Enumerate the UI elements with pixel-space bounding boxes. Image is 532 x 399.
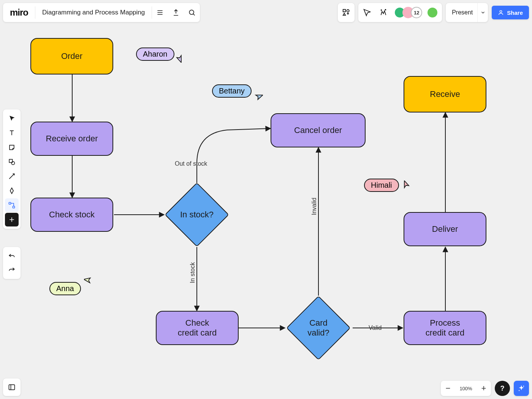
cursor-label: Himali [364, 179, 399, 192]
node-label: Deliver [432, 224, 458, 234]
node-order[interactable]: Order [30, 38, 113, 74]
svg-rect-8 [9, 203, 11, 204]
shapes-grid-icon [338, 3, 355, 22]
cursor-label: Anna [49, 282, 81, 295]
miro-logo[interactable]: miro [3, 7, 35, 18]
node-label: Check credit card [178, 318, 217, 338]
top-right-bar: 12 Present Share [338, 3, 529, 22]
node-label: Process credit card [426, 318, 465, 338]
svg-rect-10 [9, 385, 15, 390]
cursor-pointer-icon [402, 180, 410, 190]
redo-button[interactable] [5, 263, 19, 277]
tool-shape[interactable] [5, 155, 19, 169]
sparkle-icon [518, 385, 525, 392]
top-left-bar: miro Diagramming and Process Mapping [3, 3, 200, 22]
svg-point-4 [385, 10, 386, 10]
zoom-control: − 100% + [441, 381, 491, 396]
undo-button[interactable] [5, 249, 19, 263]
svg-rect-9 [13, 206, 15, 208]
cursor-label: Bettany [212, 84, 252, 98]
cursor-pointer-icon [175, 54, 184, 64]
node-receive-order[interactable]: Receive order [30, 122, 113, 156]
share-label: Share [507, 10, 523, 16]
node-receive[interactable]: Receive [404, 76, 486, 112]
search-icon[interactable] [184, 3, 200, 22]
svg-point-0 [190, 10, 194, 14]
edge-label-out-of-stock: Out of stock [175, 160, 207, 167]
cursor-pointer-icon [255, 93, 263, 103]
tool-select[interactable] [5, 112, 19, 125]
node-label: Check stock [49, 210, 95, 220]
svg-point-11 [523, 386, 524, 387]
export-icon[interactable] [168, 3, 184, 22]
avatar-current-user[interactable] [427, 7, 438, 18]
present-label: Present [446, 9, 477, 16]
board-title[interactable]: Diagramming and Process Mapping [35, 9, 152, 16]
tool-sticky[interactable] [5, 141, 19, 154]
zoom-out-button[interactable]: − [441, 381, 455, 396]
svg-rect-1 [343, 10, 345, 12]
node-process-credit[interactable]: Process credit card [404, 311, 486, 345]
cursor-label: Aharon [136, 48, 174, 61]
edge-label-valid: Valid [369, 325, 382, 331]
node-label: Card valid? [307, 318, 329, 338]
edge-label-in-stock: In stock [189, 262, 196, 283]
tool-text[interactable] [5, 126, 19, 140]
node-cancel-order[interactable]: Cancel order [271, 113, 366, 147]
reactions-icon[interactable] [375, 3, 392, 22]
cursor-anna: Anna [49, 274, 92, 295]
node-label: Receive order [46, 134, 98, 144]
cursor-pointer-icon [84, 276, 92, 285]
node-deliver[interactable]: Deliver [404, 212, 486, 246]
left-toolbar [3, 109, 21, 229]
share-button[interactable]: Share [492, 6, 529, 19]
tool-line[interactable] [5, 169, 19, 183]
svg-point-2 [347, 10, 349, 12]
chevron-down-icon[interactable] [477, 3, 488, 22]
present-button[interactable]: Present [446, 3, 488, 22]
zoom-in-button[interactable]: + [477, 381, 491, 396]
panel-icon [8, 383, 16, 391]
person-icon [498, 10, 504, 16]
help-button[interactable]: ? [495, 381, 510, 396]
svg-point-3 [381, 10, 382, 11]
menu-icon[interactable] [152, 3, 168, 22]
node-check-credit[interactable]: Check credit card [156, 311, 239, 345]
node-label: Cancel order [294, 125, 342, 135]
apps-button[interactable] [338, 3, 355, 22]
node-label: In stock? [180, 210, 214, 220]
avatar-overflow-count: 12 [411, 7, 422, 18]
cursor-aharon: Aharon [136, 44, 184, 64]
collab-pill: 12 [358, 3, 442, 22]
ai-assist-button[interactable] [514, 381, 529, 396]
node-label: Order [61, 51, 82, 61]
node-card-valid-decision[interactable]: Card valid? [296, 305, 341, 351]
bottom-right-controls: − 100% + ? [441, 381, 529, 396]
node-check-stock[interactable]: Check stock [30, 198, 113, 232]
undo-redo-bar [3, 247, 21, 279]
svg-point-5 [500, 11, 502, 13]
avatar-stack[interactable]: 12 [392, 7, 424, 18]
cursor-mode-icon[interactable] [358, 3, 375, 22]
edge-label-invalid: Invalid [311, 198, 318, 215]
cursor-bettany: Bettany [212, 79, 263, 103]
node-in-stock-decision[interactable]: In stock? [174, 192, 220, 238]
svg-point-7 [11, 162, 14, 165]
tool-pen[interactable] [5, 184, 19, 198]
node-label: Receive [430, 89, 460, 99]
zoom-value[interactable]: 100% [455, 386, 477, 391]
frames-panel-button[interactable] [3, 378, 21, 396]
cursor-himali: Himali [364, 179, 410, 192]
tool-flowchart[interactable] [5, 198, 19, 212]
svg-point-12 [519, 390, 520, 391]
tool-add[interactable] [5, 213, 19, 226]
